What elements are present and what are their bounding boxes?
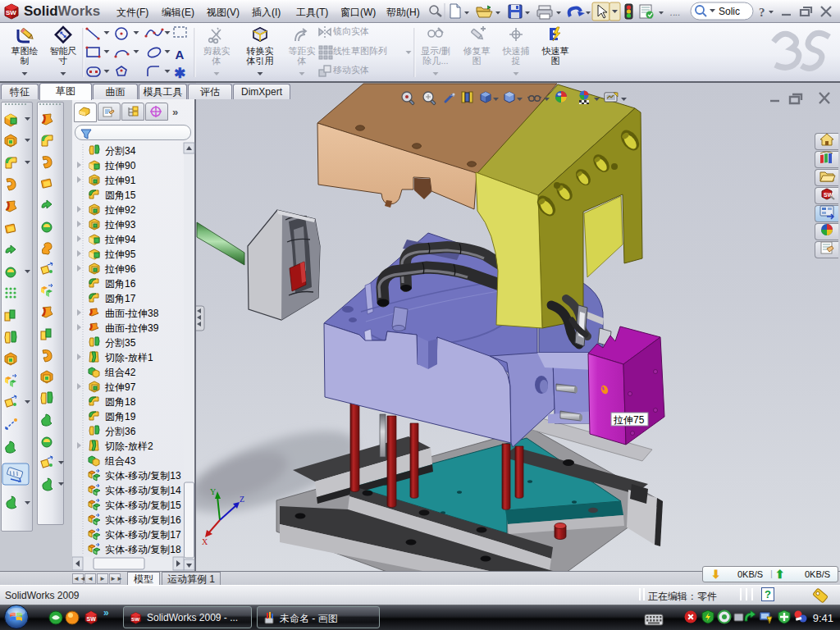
svg-text:Y: Y: [210, 487, 216, 496]
svg-text:Z: Z: [240, 495, 244, 504]
svg-text:体引用: 体引用: [246, 56, 274, 66]
svg-text:A: A: [176, 48, 185, 62]
svg-text:图: 图: [472, 56, 482, 66]
svg-text:快速草: 快速草: [541, 46, 569, 56]
svg-text:制: 制: [21, 56, 30, 66]
svg-text:寸: 寸: [58, 56, 68, 66]
svg-text:移动实体: 移动实体: [333, 65, 369, 75]
svg-text:草图绘: 草图绘: [11, 46, 39, 56]
svg-text:修复草: 修复草: [463, 46, 491, 56]
svg-text:SW: SW: [131, 616, 139, 622]
svg-text:拉伸75: 拉伸75: [613, 414, 645, 426]
svg-text:转换实: 转换实: [246, 46, 274, 56]
svg-text:体: 体: [212, 56, 221, 66]
svg-text:捉: 捉: [512, 56, 521, 66]
svg-text:?: ?: [759, 6, 765, 19]
svg-text:X: X: [202, 537, 208, 546]
svg-text:镜向实体: 镜向实体: [332, 26, 369, 36]
svg-text:除几...: 除几...: [422, 56, 448, 66]
svg-text:等距实: 等距实: [289, 46, 316, 56]
svg-text:‥..: ‥..: [669, 7, 680, 17]
svg-text:快速捕: 快速捕: [502, 46, 530, 56]
svg-text:SW: SW: [87, 616, 97, 622]
svg-text:剪裁实: 剪裁实: [203, 46, 231, 56]
svg-text:Solic: Solic: [719, 6, 740, 17]
svg-text:体: 体: [297, 56, 307, 66]
svg-text:✱: ✱: [174, 66, 185, 81]
svg-text:智能尺: 智能尺: [50, 46, 77, 56]
svg-text:»: »: [103, 607, 109, 619]
svg-text:线性草图阵列: 线性草图阵列: [333, 46, 387, 56]
svg-text:显示/删: 显示/删: [421, 46, 450, 56]
svg-text:SW: SW: [6, 9, 16, 16]
svg-text:图: 图: [551, 56, 560, 66]
